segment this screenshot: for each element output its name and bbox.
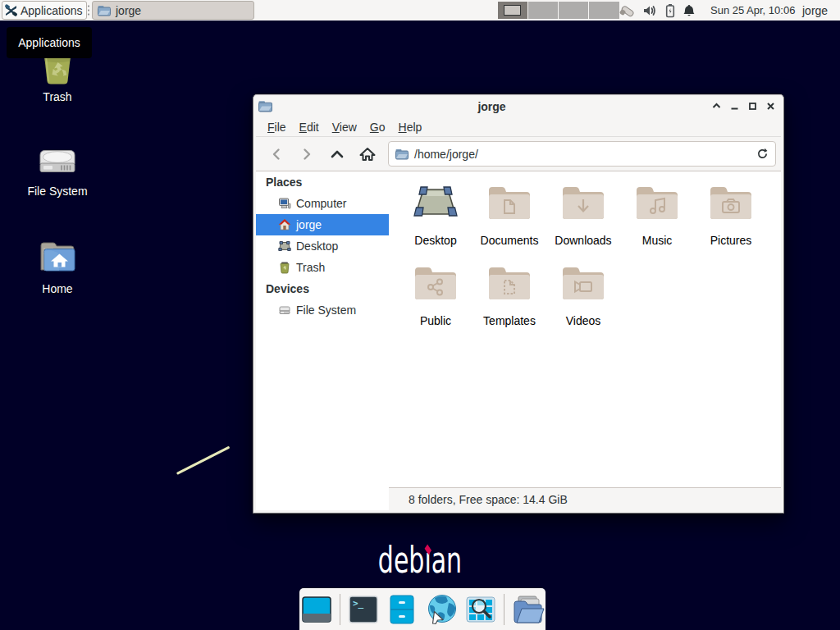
- workspace-3[interactable]: [559, 2, 589, 19]
- dock-show-desktop-icon[interactable]: [301, 594, 332, 625]
- forward-button[interactable]: [291, 141, 322, 167]
- desktop-icon-label-home: Home: [42, 282, 72, 295]
- dock-web-browser-icon[interactable]: [425, 594, 458, 625]
- menu-edit[interactable]: Edit: [293, 117, 326, 137]
- panel-clock[interactable]: Sun 25 Apr, 10:06: [710, 0, 795, 21]
- toolbar: /home/jorge/: [256, 137, 781, 171]
- debian-logo-post: an: [431, 538, 462, 582]
- dock: >_: [299, 588, 546, 630]
- file-label-public: Public: [420, 314, 451, 327]
- file-documents[interactable]: Documents: [472, 182, 546, 247]
- sidebar-header-places: Places: [256, 171, 389, 193]
- desktop-icon-file-system[interactable]: File System: [18, 140, 97, 198]
- file-label-documents: Documents: [481, 234, 539, 247]
- trash-small-icon: [278, 261, 291, 274]
- dock-terminal-icon[interactable]: >_: [348, 594, 379, 625]
- menu-file[interactable]: File: [261, 117, 293, 137]
- window-titlebar[interactable]: jorge: [256, 95, 781, 117]
- back-button[interactable]: [261, 141, 291, 167]
- dock-separator-1: [340, 594, 340, 625]
- file-public[interactable]: Public: [399, 262, 472, 327]
- file-label-downloads: Downloads: [555, 234, 611, 247]
- home-icon: [278, 218, 291, 231]
- close-button[interactable]: [765, 101, 776, 112]
- system-tray: [619, 0, 696, 21]
- sidebar-item-trash[interactable]: Trash: [256, 257, 389, 278]
- file-label-pictures: Pictures: [710, 234, 752, 247]
- panel-user-menu[interactable]: jorge: [802, 0, 828, 21]
- file-label-music: Music: [642, 234, 673, 247]
- file-templates[interactable]: Templates: [472, 262, 546, 327]
- workspace-2[interactable]: [528, 2, 559, 19]
- sidebar-label-computer: Computer: [296, 197, 346, 210]
- file-pictures[interactable]: Pictures: [694, 182, 768, 247]
- file-desktop[interactable]: Desktop: [399, 182, 472, 247]
- sidebar-item-jorge[interactable]: jorge: [256, 214, 389, 235]
- videos-folder-icon: [562, 262, 605, 302]
- public-folder-icon: [414, 262, 457, 302]
- menu-view[interactable]: View: [326, 117, 363, 137]
- sidebar-item-computer[interactable]: Computer: [256, 193, 389, 214]
- file-videos[interactable]: Videos: [546, 262, 620, 327]
- desktop-icon-home[interactable]: Home: [18, 238, 97, 295]
- menu-help[interactable]: Help: [392, 117, 429, 137]
- debian-logo-pre: deb: [378, 538, 425, 582]
- applications-tooltip: Applications: [7, 27, 92, 58]
- workspace-1[interactable]: [498, 2, 528, 19]
- location-bar[interactable]: /home/jorge/: [388, 141, 776, 167]
- sidebar-header-devices: Devices: [256, 278, 389, 299]
- file-manager-window: jorge File Edit View Go Help /home/jorge…: [253, 94, 784, 514]
- volume-icon[interactable]: [643, 4, 658, 17]
- wallpaper-swirl-line: [176, 446, 230, 475]
- reload-icon[interactable]: [756, 148, 769, 160]
- dock-separator-2: [504, 594, 504, 625]
- hard-drive-icon: [38, 140, 77, 180]
- pathbar-folder-icon: [395, 148, 409, 160]
- applications-menu-button[interactable]: Applications: [2, 1, 87, 20]
- file-label-videos: Videos: [566, 314, 601, 327]
- dock-file-cabinet-icon[interactable]: [386, 594, 418, 625]
- taskbar-window-button[interactable]: jorge: [92, 1, 254, 20]
- desktop-icon-label-file-system: File System: [27, 185, 87, 198]
- mouse-tool-icon[interactable]: [619, 3, 636, 18]
- applications-menu-label: Applications: [21, 4, 83, 17]
- notification-bell-icon[interactable]: [682, 3, 696, 17]
- top-panel: Applications jorge: [0, 0, 840, 21]
- tooltip-label: Applications: [18, 36, 80, 49]
- menubar: File Edit View Go Help: [256, 117, 781, 137]
- file-music[interactable]: Music: [620, 182, 694, 247]
- svg-text:>_: >_: [353, 598, 364, 609]
- dock-app-finder-icon[interactable]: [465, 594, 496, 625]
- panel-grip[interactable]: [87, 4, 90, 16]
- minimize-button[interactable]: [729, 101, 740, 112]
- templates-folder-icon: [488, 262, 531, 302]
- home-button[interactable]: [352, 141, 382, 167]
- maximize-button[interactable]: [747, 101, 758, 112]
- desktop-icon-label-trash: Trash: [43, 90, 71, 103]
- sidebar: Places Computer jorge: [256, 171, 389, 510]
- up-button[interactable]: [322, 141, 352, 167]
- status-text: 8 folders, Free space: 14.4 GiB: [409, 493, 568, 506]
- shade-button[interactable]: [711, 101, 722, 112]
- sidebar-item-file-system[interactable]: File System: [256, 299, 389, 321]
- debian-logo-i: ı: [424, 538, 431, 582]
- taskbar-window-label: jorge: [116, 4, 141, 17]
- clock-text: Sun 25 Apr, 10:06: [710, 4, 795, 16]
- downloads-folder-icon: [562, 182, 605, 221]
- sidebar-label-trash: Trash: [296, 261, 325, 274]
- music-folder-icon: [636, 182, 678, 221]
- workspace-switcher[interactable]: [498, 2, 619, 19]
- file-label-desktop: Desktop: [414, 234, 456, 247]
- panel-user-label: jorge: [802, 4, 828, 17]
- battery-icon[interactable]: [665, 3, 675, 18]
- file-downloads[interactable]: Downloads: [546, 182, 620, 247]
- location-text[interactable]: /home/jorge/: [414, 148, 751, 161]
- menu-go[interactable]: Go: [363, 117, 392, 137]
- sidebar-item-desktop[interactable]: Desktop: [256, 235, 389, 257]
- statusbar: 8 folders, Free space: 14.4 GiB: [389, 487, 781, 510]
- file-view[interactable]: Desktop Documents: [389, 171, 781, 487]
- dock-file-manager-icon[interactable]: [512, 594, 545, 625]
- computer-icon: [278, 197, 291, 210]
- workspace-4[interactable]: [589, 2, 619, 19]
- sidebar-label-file-system: File System: [296, 304, 356, 317]
